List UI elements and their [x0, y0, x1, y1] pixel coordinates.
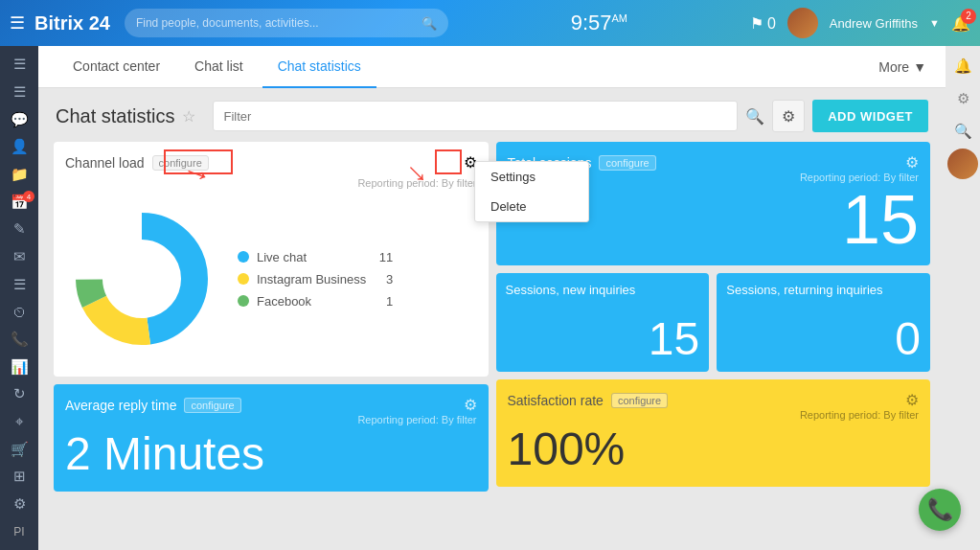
search-placeholder-text: Find people, documents, activities...: [136, 16, 319, 30]
tab-contact-center[interactable]: Contact center: [57, 46, 175, 88]
topbar-center: 9:57AM: [448, 11, 749, 35]
dropdown-settings-item[interactable]: Settings: [475, 162, 588, 192]
legend-dot-livechat: [238, 251, 249, 263]
nav-tabs: Contact center Chat list Chat statistics…: [38, 46, 946, 88]
total-sessions-gear-icon[interactable]: ⚙: [905, 153, 919, 172]
left-sidebar: ☰ ☰ 💬 👤 📁 📅 4 ✎ ✉ ☰ ⏲ 📞 📊 ↻ ⌖ 🛒 ⊞ ⚙ PI: [0, 46, 38, 550]
sidebar-item-profile[interactable]: PI: [2, 518, 36, 544]
sidebar-item-shop[interactable]: 🛒: [2, 436, 36, 462]
chart-area: Live chat 11 Instagram Business 3: [65, 193, 477, 365]
page-settings-button[interactable]: ⚙: [772, 100, 805, 132]
sidebar-item-lists[interactable]: ☰: [2, 271, 36, 297]
satisfaction-widget: Satisfaction rate configure ⚙ Reporting …: [496, 379, 931, 487]
sidebar-item-mail[interactable]: ✉: [2, 244, 36, 270]
avg-reply-title: Average reply time: [65, 398, 176, 413]
topbar: ☰ Bitrix 24 Find people, documents, acti…: [0, 0, 980, 46]
sessions-new-widget: Sessions, new inquiries 15: [496, 273, 710, 372]
tab-chat-statistics[interactable]: Chat statistics: [262, 46, 376, 88]
legend-label-instagram: Instagram Business: [257, 272, 366, 286]
channel-load-widget: Channel load configure ⚙ Reporting perio…: [54, 142, 489, 377]
global-search[interactable]: Find people, documents, activities... 🔍: [125, 9, 448, 37]
sidebar-item-settings[interactable]: ⚙: [2, 492, 36, 517]
sessions-returning-value: 0: [726, 316, 921, 362]
sidebar-item-phone[interactable]: 📞: [2, 327, 36, 353]
notification-icon-wrap[interactable]: 🔔 2: [951, 14, 970, 33]
clock-display: 9:57AM: [571, 11, 627, 35]
flag-icon[interactable]: ⚑ 0: [750, 15, 776, 32]
legend-count-instagram: 3: [374, 272, 393, 286]
sidebar-item-feed[interactable]: ☰: [2, 80, 36, 105]
total-sessions-configure-button[interactable]: configure: [599, 155, 655, 171]
legend-count-livechat: 11: [374, 250, 393, 264]
svg-point-3: [103, 241, 180, 317]
satisfaction-header: Satisfaction rate configure ⚙: [508, 391, 920, 409]
sidebar-item-chat[interactable]: 💬: [2, 106, 36, 132]
avg-reply-reporting: Reporting period: By filter: [65, 414, 477, 425]
chevron-down-icon: ▼: [913, 59, 926, 75]
sidebar-item-apps[interactable]: ⊞: [2, 464, 36, 490]
topbar-right: ⚑ 0 Andrew Griffiths ▼ 🔔 2: [750, 8, 971, 38]
channel-load-configure-button[interactable]: configure: [152, 155, 209, 171]
app-logo: Bitrix 24: [34, 12, 110, 34]
favorite-star-icon[interactable]: ☆: [182, 107, 195, 126]
user-name[interactable]: Andrew Griffiths: [830, 16, 918, 31]
avatar[interactable]: [787, 8, 818, 38]
sessions-new-title: Sessions, new inquiries: [506, 283, 700, 297]
sessions-returning-title: Sessions, returning inquiries: [726, 283, 921, 297]
page-header: Chat statistics ☆ 🔍 ⚙ ADD WIDGET: [54, 100, 930, 132]
donut-chart: [65, 202, 218, 355]
tab-chat-list[interactable]: Chat list: [179, 46, 259, 88]
sidebar-item-automation[interactable]: ↻: [2, 381, 36, 407]
satisfaction-configure-button[interactable]: configure: [611, 393, 668, 408]
avg-reply-gear-icon[interactable]: ⚙: [464, 396, 477, 414]
sidebar-item-contacts[interactable]: 👤: [2, 134, 36, 160]
add-widget-button[interactable]: ADD WIDGET: [812, 100, 928, 132]
sessions-sub-row: Sessions, new inquiries 15 Sessions, ret…: [496, 273, 931, 372]
right-sidebar-avatar[interactable]: [947, 149, 978, 179]
satisfaction-title: Satisfaction rate: [508, 393, 604, 408]
calendar-badge: 4: [23, 191, 34, 202]
right-sidebar-settings-icon[interactable]: ⚙: [947, 83, 978, 114]
avg-reply-configure-button[interactable]: configure: [184, 398, 240, 413]
channel-load-header: Channel load configure ⚙: [65, 153, 477, 172]
content-area: Contact center Chat list Chat statistics…: [38, 46, 946, 550]
sidebar-item-calendar[interactable]: 📅 4: [2, 189, 36, 215]
avg-reply-widget: Average reply time configure ⚙ Reporting…: [54, 384, 489, 492]
sidebar-item-drive[interactable]: 📁: [2, 162, 36, 188]
channel-load-title: Channel load: [65, 155, 145, 171]
right-sidebar-bell-icon[interactable]: 🔔: [947, 51, 978, 81]
logo-text: Bitrix 24: [34, 12, 110, 34]
flag-icon-wrap: ⚑ 0: [750, 14, 776, 33]
donut-chart-svg: [65, 202, 218, 355]
sidebar-item-tasks[interactable]: ✎: [2, 217, 36, 242]
legend-item-instagram: Instagram Business 3: [238, 272, 393, 286]
legend-item-facebook: Facebook 1: [238, 294, 393, 309]
avg-reply-value: 2 Minutes: [65, 427, 477, 480]
hamburger-icon[interactable]: ☰: [10, 12, 25, 34]
sidebar-item-time[interactable]: ⏲: [2, 299, 36, 325]
satisfaction-reporting: Reporting period: By filter: [508, 409, 920, 421]
legend-count-facebook: 1: [374, 294, 393, 309]
legend-dot-instagram: [238, 273, 249, 285]
sessions-returning-widget: Sessions, returning inquiries 0: [717, 273, 930, 372]
satisfaction-gear-icon[interactable]: ⚙: [905, 391, 919, 409]
page-content: Chat statistics ☆ 🔍 ⚙ ADD WIDGET Channel…: [38, 88, 946, 550]
chart-legend: Live chat 11 Instagram Business 3: [238, 250, 393, 309]
sidebar-item-marketing[interactable]: ⌖: [2, 409, 36, 435]
user-dropdown-icon[interactable]: ▼: [929, 17, 940, 29]
phone-icon: 📞: [927, 497, 953, 522]
nav-more[interactable]: More ▼: [878, 59, 926, 75]
sidebar-item-menu[interactable]: ☰: [2, 52, 36, 78]
channel-load-reporting-period: Reporting period: By filter: [65, 177, 477, 189]
dropdown-delete-item[interactable]: Delete: [475, 192, 588, 221]
dropdown-menu: Settings Delete: [474, 161, 589, 222]
float-phone-button[interactable]: 📞: [919, 489, 961, 531]
right-sidebar: 🔔 ⚙ 🔍: [946, 46, 980, 550]
main-layout: ☰ ☰ 💬 👤 📁 📅 4 ✎ ✉ ☰ ⏲ 📞 📊 ↻ ⌖ 🛒 ⊞ ⚙ PI C…: [0, 46, 980, 550]
filter-bar: 🔍: [213, 101, 764, 131]
filter-input[interactable]: [213, 101, 738, 131]
right-sidebar-search-icon[interactable]: 🔍: [947, 116, 978, 147]
sidebar-item-reports[interactable]: 📊: [2, 354, 36, 379]
filter-search-button[interactable]: 🔍: [745, 107, 764, 126]
notification-badge: 2: [961, 9, 976, 24]
